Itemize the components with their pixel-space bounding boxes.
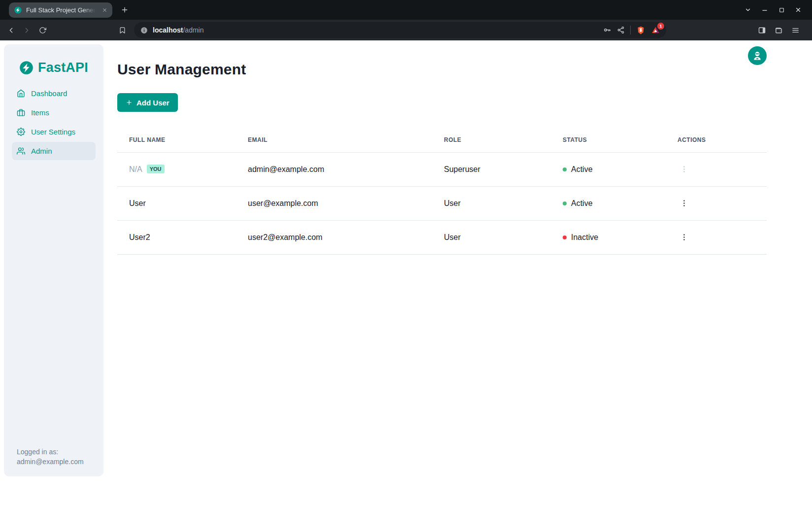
browser-tab[interactable]: Full Stack Project Genera [9,2,112,18]
home-icon [17,89,25,98]
status-dot [563,168,567,171]
add-user-label: Add User [136,99,169,107]
sidebar-item-admin[interactable]: Admin [12,142,96,160]
user-menu-button[interactable] [748,46,767,65]
user-email: user@example.com [236,186,432,220]
sidebar-nav: Dashboard Items User Settings Admin [4,84,103,160]
forward-icon[interactable] [19,22,34,38]
reload-icon[interactable] [34,22,50,38]
logo-text: FastAPI [38,60,88,75]
page-title: User Management [117,61,812,78]
tab-strip: Full Stack Project Genera [0,0,812,20]
user-full-name: N/A [129,165,142,173]
user-role: Superuser [432,152,551,186]
logged-in-as: Logged in as: admin@example.com [17,447,84,467]
browser-toolbar: localhost/admin 1 [0,20,812,40]
tab-search-chevron-icon[interactable] [741,3,755,17]
plus-icon [126,99,133,106]
column-full-name: FULL NAME [117,128,236,152]
minimize-button[interactable] [758,3,772,17]
side-panel-icon[interactable] [754,22,770,38]
menu-icon[interactable] [787,22,803,38]
back-icon[interactable] [3,22,19,38]
address-bar[interactable]: localhost/admin 1 [134,22,666,38]
fastapi-logo[interactable]: FastAPI [4,44,103,75]
row-actions-menu-icon[interactable] [677,163,690,176]
user-full-name: User [129,199,146,207]
password-key-icon[interactable] [603,26,611,34]
gear-icon [17,128,25,136]
column-actions: ACTIONS [666,128,767,152]
you-badge: YOU [147,165,165,173]
sidebar-item-user-settings[interactable]: User Settings [12,123,96,141]
column-role: ROLE [432,128,551,152]
status-dot [563,236,567,239]
status-label: Inactive [571,233,598,242]
brave-shield-icon[interactable] [636,26,645,35]
table-row: N/AYOU admin@example.com Superuser Activ… [117,152,767,186]
status-dot [563,202,567,205]
status-label: Active [571,165,593,174]
sidebar-item-dashboard[interactable]: Dashboard [12,84,96,102]
sidebar: FastAPI Dashboard Items User Settings [4,44,103,476]
sidebar-item-label: Dashboard [31,89,67,98]
new-tab-button[interactable] [118,3,131,16]
sidebar-item-label: Admin [31,147,52,155]
add-user-button[interactable]: Add User [117,93,178,112]
users-table: FULL NAME EMAIL ROLE STATUS ACTIONS N/AY… [117,128,767,255]
user-email: user2@example.com [236,220,432,254]
maximize-button[interactable] [775,3,788,17]
url-host: localhost [153,26,183,34]
fastapi-bolt-icon [19,61,34,75]
url-text: localhost/admin [153,26,204,34]
status-label: Active [571,199,593,208]
column-email: EMAIL [236,128,432,152]
rewards-badge: 1 [657,23,664,30]
page-content: FastAPI Dashboard Items User Settings [0,40,812,505]
users-icon [17,147,25,155]
table-header-row: FULL NAME EMAIL ROLE STATUS ACTIONS [117,128,767,152]
site-info-icon[interactable] [140,26,148,34]
main-content: User Management Add User FULL NAME EMAIL… [103,40,812,505]
sidebar-item-label: User Settings [31,128,75,136]
bookmark-icon[interactable] [114,22,130,38]
user-role: User [432,220,551,254]
table-row: User2 user2@example.com User Inactive [117,220,767,254]
row-actions-menu-icon[interactable] [677,197,690,210]
table-row: User user@example.com User Active [117,186,767,220]
sidebar-item-items[interactable]: Items [12,103,96,122]
fastapi-favicon-icon [14,6,22,14]
tab-title: Full Stack Project Genera [26,6,96,14]
user-role: User [432,186,551,220]
wallet-icon[interactable] [771,22,786,38]
logged-in-label: Logged in as: [17,447,84,457]
user-full-name: User2 [129,233,150,241]
logged-in-email: admin@example.com [17,457,84,467]
share-icon[interactable] [617,26,625,34]
close-window-button[interactable] [791,3,805,17]
tab-close-icon[interactable] [100,5,109,15]
user-email: admin@example.com [236,152,432,186]
sidebar-item-label: Items [31,108,49,117]
row-actions-menu-icon[interactable] [677,231,690,244]
toolbar-divider [630,26,631,34]
column-status: STATUS [551,128,666,152]
url-path: /admin [183,26,203,34]
window-controls [741,0,805,20]
brave-rewards-icon[interactable]: 1 [651,26,660,35]
user-astronaut-icon [752,50,763,61]
briefcase-icon [17,108,25,117]
